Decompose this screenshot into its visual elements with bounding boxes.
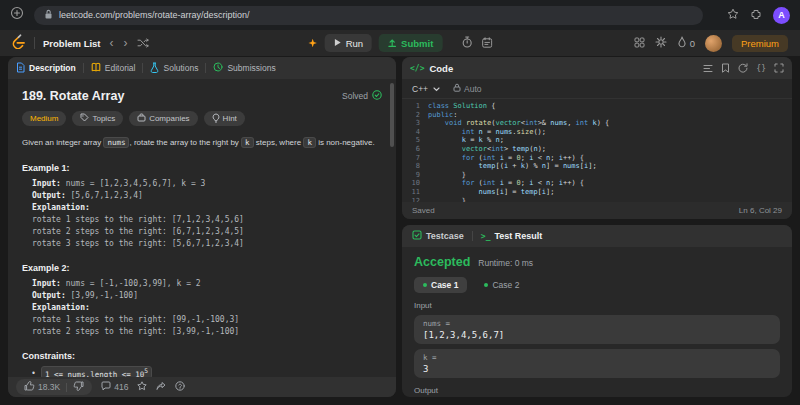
saved-status: Saved	[412, 206, 435, 215]
upload-icon	[388, 38, 397, 49]
tab-submissions[interactable]: Submissions	[213, 62, 275, 74]
line-content: }	[428, 171, 466, 180]
line-number: 4	[402, 128, 428, 137]
user-avatar[interactable]	[705, 35, 722, 52]
spark-icon[interactable]	[308, 34, 318, 52]
problem-title: 189. Rotate Array	[22, 89, 124, 103]
problem-list-link[interactable]: Problem List	[43, 38, 101, 49]
input-field-nums[interactable]: nums = [1,2,3,4,5,6,7]	[414, 315, 780, 344]
line-content: int n = nums.size();	[428, 128, 546, 137]
result-status: Accepted	[414, 255, 470, 269]
topics-label: Topics	[92, 114, 115, 123]
test-tab-divider	[472, 231, 473, 241]
code-line[interactable]: 5 k = k % n;	[402, 136, 792, 145]
tab-solutions[interactable]: Solutions	[150, 62, 198, 75]
streak-counter[interactable]: 0	[677, 36, 695, 50]
code-line[interactable]: 4 int n = nums.size();	[402, 128, 792, 137]
next-problem-icon[interactable]: ›	[123, 37, 129, 49]
layout-grid-icon[interactable]	[634, 34, 645, 52]
input-field-k[interactable]: k = 3	[414, 349, 780, 378]
statement-text: Given an integer array	[22, 138, 103, 147]
example-block: Input: nums = [-1,-100,3,99], k = 2Outpu…	[22, 278, 382, 338]
code-line[interactable]: 3 void rotate(vector<int>& nums, int k) …	[402, 119, 792, 128]
line-number: 11	[402, 188, 428, 197]
tab-test-result[interactable]: >_ Test Result	[481, 231, 542, 241]
statement-text: is non-negative.	[316, 138, 375, 147]
editorial-book-icon	[91, 62, 101, 74]
timer-icon[interactable]	[461, 34, 472, 52]
example-row: rotate 2 steps to the right: [3,99,-1,-1…	[32, 326, 382, 338]
comments-button[interactable]: 416	[101, 381, 128, 393]
language-selector[interactable]: C++	[412, 84, 428, 94]
example-row: rotate 1 steps to the right: [7,1,2,3,4,…	[32, 214, 382, 226]
settings-gear-icon[interactable]	[655, 34, 667, 52]
solved-label: Solved	[342, 91, 368, 101]
tab-description[interactable]: Description	[16, 62, 76, 75]
browser-chrome: leetcode.com/problems/rotate-array/descr…	[0, 0, 800, 30]
autocomplete-label: Auto	[464, 84, 482, 94]
notes-icon[interactable]	[481, 34, 492, 52]
case-pass-dot	[423, 283, 427, 287]
shuffle-icon[interactable]	[137, 34, 150, 52]
braces-icon[interactable]: {}	[756, 64, 766, 73]
format-lines-icon[interactable]	[703, 59, 713, 77]
run-button[interactable]: Run	[325, 34, 372, 52]
example-row: Explanation:	[32, 302, 382, 314]
case-2-tab[interactable]: Case 2	[475, 277, 528, 293]
line-number: 5	[402, 136, 428, 145]
problem-statement: Given an integer array nums, rotate the …	[22, 137, 382, 150]
solutions-flask-icon	[150, 62, 159, 75]
code-line[interactable]: 9 }	[402, 171, 792, 180]
code-editor-lines[interactable]: 1class Solution {2public:3 void rotate(v…	[402, 99, 792, 208]
thumbs-down-icon	[73, 383, 84, 393]
fullscreen-icon[interactable]	[774, 59, 784, 77]
example-row: rotate 2 steps to the right: [6,7,1,2,3,…	[32, 226, 382, 238]
browser-profile-avatar[interactable]: A	[773, 7, 790, 24]
bookmark-icon[interactable]	[721, 59, 730, 77]
code-line[interactable]: 1class Solution {	[402, 102, 792, 111]
code-line[interactable]: 2public:	[402, 111, 792, 120]
tab-testcase[interactable]: Testcase	[412, 230, 464, 242]
code-line[interactable]: 7 for (int i = 0; i < n; i++) {	[402, 154, 792, 163]
submit-label: Submit	[401, 38, 433, 49]
line-number: 2	[402, 111, 428, 120]
comment-count: 416	[114, 382, 128, 392]
difficulty-badge[interactable]: Medium	[22, 111, 66, 126]
auto-lock-icon	[453, 83, 461, 94]
code-line[interactable]: 10 for (int i = 0; i < n; i++) {	[402, 179, 792, 188]
examples: Example 1:Input: nums = [1,2,3,4,5,6,7],…	[22, 163, 382, 338]
tab-label: Description	[29, 63, 76, 73]
premium-button[interactable]: Premium	[732, 35, 788, 52]
like-button[interactable]: 18.3K	[24, 381, 60, 393]
example-row: rotate 1 steps to the right: [99,-1,-100…	[32, 314, 382, 326]
companies-label: Companies	[149, 114, 189, 123]
timer-notes-cluster	[461, 34, 492, 52]
dislike-button[interactable]	[73, 381, 84, 393]
hint-pill[interactable]: Hint	[204, 111, 245, 126]
description-scrollbar[interactable]	[390, 83, 394, 147]
code-line[interactable]: 6 vector<int> temp(n);	[402, 145, 792, 154]
topics-pill[interactable]: Topics	[72, 111, 123, 126]
example-title: Example 1:	[22, 163, 382, 173]
bookmark-star-icon[interactable]	[727, 6, 739, 24]
submit-button[interactable]: Submit	[379, 34, 442, 52]
leetcode-logo-icon[interactable]	[12, 33, 26, 53]
code-line[interactable]: 8 temp[(i + k) % n] = nums[i];	[402, 162, 792, 171]
help-question-icon[interactable]	[175, 381, 185, 393]
code-line[interactable]: 11 nums[i] = temp[i];	[402, 188, 792, 197]
address-bar[interactable]: leetcode.com/problems/rotate-array/descr…	[34, 6, 703, 25]
reset-code-icon[interactable]	[738, 59, 748, 77]
example-row: Input: nums = [-1,-100,3,99], k = 2	[32, 278, 382, 290]
tag-icon	[80, 113, 89, 124]
tab-editorial[interactable]: Editorial	[91, 62, 136, 74]
companies-pill[interactable]: Companies	[129, 111, 197, 126]
line-number: 3	[402, 119, 428, 128]
favorite-star-icon[interactable]	[137, 381, 147, 393]
new-tab-icon[interactable]	[10, 6, 24, 24]
autocomplete-toggle[interactable]: Auto	[453, 83, 482, 94]
share-icon[interactable]	[156, 381, 166, 393]
extensions-puzzle-icon[interactable]	[750, 6, 762, 24]
prev-problem-icon[interactable]: ‹	[109, 37, 115, 49]
tab-divider	[205, 63, 206, 73]
case-1-tab[interactable]: Case 1	[414, 277, 467, 293]
